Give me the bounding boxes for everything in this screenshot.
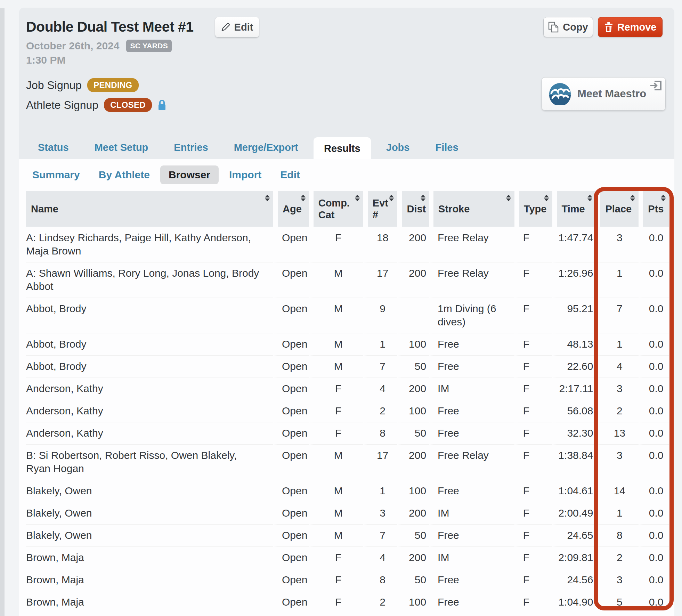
pencil-icon: [221, 23, 230, 32]
subtab-browser[interactable]: Browser: [160, 165, 219, 184]
copy-button[interactable]: Copy: [543, 17, 593, 37]
cell-age: Open: [273, 591, 309, 613]
cell-pts: 0.0: [639, 262, 669, 298]
sort-icon[interactable]: [301, 195, 306, 202]
column-header-time[interactable]: Time: [552, 191, 596, 227]
cell-age: Open: [273, 546, 309, 569]
cell-name: Abbot, Brody: [26, 333, 273, 355]
cell-time: 2:09.81: [552, 546, 596, 569]
subtab-by-athlete[interactable]: By Athlete: [99, 169, 150, 181]
cell-stroke: IM: [429, 546, 514, 569]
cell-time: 24.65: [552, 524, 596, 546]
sort-icon[interactable]: [265, 195, 270, 202]
cell-age: Open: [273, 444, 309, 480]
sort-icon[interactable]: [421, 195, 426, 202]
sort-icon[interactable]: [506, 195, 511, 202]
cell-evt-num: 2: [363, 400, 398, 422]
results-table: NameAgeComp. CatEvt #DistStrokeTypeTimeP…: [26, 191, 669, 613]
cell-stroke: Free: [429, 569, 514, 591]
column-header-age[interactable]: Age: [273, 191, 309, 227]
column-header-type[interactable]: Type: [514, 191, 552, 227]
column-header-place[interactable]: Place: [596, 191, 639, 227]
cell-age: Open: [273, 298, 309, 333]
cell-pts: 0.0: [639, 591, 669, 613]
subtab-summary[interactable]: Summary: [32, 169, 80, 181]
sort-icon[interactable]: [661, 195, 666, 202]
table-row: Anderson, KathyOpenF2100FreeF56.0820.0: [26, 400, 669, 422]
trash-icon: [604, 22, 613, 32]
cell-time: 22.60: [552, 355, 596, 378]
cell-comp-cat: F: [309, 569, 363, 591]
cell-evt-num: 4: [363, 546, 398, 569]
sort-icon[interactable]: [355, 195, 360, 202]
cell-age: Open: [273, 355, 309, 378]
cell-comp-cat: M: [309, 333, 363, 355]
table-row: Brown, MajaOpenF2100FreeF1:04.9050.0: [26, 591, 669, 613]
job-signup-status-badge: PENDING: [87, 78, 138, 92]
cell-type: F: [514, 502, 552, 524]
cell-pts: 0.0: [639, 355, 669, 378]
cell-stroke: 1m Diving (6 dives): [429, 298, 514, 333]
edit-button[interactable]: Edit: [215, 17, 259, 38]
cell-evt-num: 8: [363, 569, 398, 591]
cell-dist: 100: [397, 333, 429, 355]
column-header-pts[interactable]: Pts: [639, 191, 669, 227]
athlete-signup-status-badge: CLOSED: [104, 98, 152, 112]
cell-age: Open: [273, 569, 309, 591]
meet-header: Double Dual Test Meet #1 Edit Copy: [19, 8, 674, 159]
cell-type: F: [514, 591, 552, 613]
cell-time: 2:00.49: [552, 502, 596, 524]
tab-jobs[interactable]: Jobs: [386, 142, 410, 153]
cell-place: 8: [596, 524, 639, 546]
column-header-comp-cat[interactable]: Comp. Cat: [309, 191, 363, 227]
course-badge: SC YARDS: [126, 40, 172, 52]
column-header-stroke[interactable]: Stroke: [429, 191, 514, 227]
sort-icon[interactable]: [544, 195, 549, 202]
cell-comp-cat: M: [309, 502, 363, 524]
subtab-edit[interactable]: Edit: [280, 169, 300, 181]
cell-pts: 0.0: [639, 569, 669, 591]
tab-status[interactable]: Status: [38, 142, 69, 153]
cell-type: F: [514, 298, 552, 333]
column-header-evt[interactable]: Evt #: [363, 191, 398, 227]
cell-comp-cat: F: [309, 422, 363, 444]
cell-dist: 200: [397, 546, 429, 569]
table-row: B: Si Robertson, Robert Risso, Owen Blak…: [26, 444, 669, 480]
cell-dist: 200: [397, 227, 429, 262]
table-row: Abbot, BrodyOpenM1100FreeF48.1310.0: [26, 333, 669, 355]
column-header-dist[interactable]: Dist: [397, 191, 429, 227]
cell-age: Open: [273, 262, 309, 298]
tab-files[interactable]: Files: [435, 142, 458, 153]
subtab-import[interactable]: Import: [229, 169, 261, 181]
tab-merge-export[interactable]: Merge/Export: [234, 142, 298, 153]
cell-pts: 0.0: [639, 400, 669, 422]
column-header-name[interactable]: Name: [26, 191, 273, 227]
cell-pts: 0.0: [639, 546, 669, 569]
cell-comp-cat: M: [309, 444, 363, 480]
cell-stroke: Free Relay: [429, 262, 514, 298]
cell-dist: 200: [397, 502, 429, 524]
sort-icon[interactable]: [587, 195, 593, 202]
sort-icon[interactable]: [389, 195, 394, 202]
cell-name: Blakely, Owen: [26, 480, 273, 502]
athlete-signup-label: Athlete Signup: [26, 99, 98, 112]
maestro-wave-logo: [549, 83, 571, 105]
cell-name: Blakely, Owen: [26, 502, 273, 524]
cell-age: Open: [273, 400, 309, 422]
cell-pts: 0.0: [639, 298, 669, 333]
tab-entries[interactable]: Entries: [174, 142, 208, 153]
tab-meet-setup[interactable]: Meet Setup: [95, 142, 148, 153]
cell-age: Open: [273, 378, 309, 400]
meet-card: Double Dual Test Meet #1 Edit Copy: [19, 8, 674, 616]
sort-icon[interactable]: [630, 195, 635, 202]
cell-type: F: [514, 355, 552, 378]
remove-button[interactable]: Remove: [598, 17, 663, 37]
cell-place: 13: [596, 422, 639, 444]
cell-name: Brown, Maja: [26, 591, 273, 613]
tab-results[interactable]: Results: [314, 137, 371, 162]
cell-time: 1:47.74: [552, 227, 596, 262]
cell-name: Blakely, Owen: [26, 524, 273, 546]
cell-dist: [397, 298, 429, 333]
cell-evt-num: 17: [363, 262, 398, 298]
meet-maestro-button[interactable]: Meet Maestro: [542, 77, 666, 111]
